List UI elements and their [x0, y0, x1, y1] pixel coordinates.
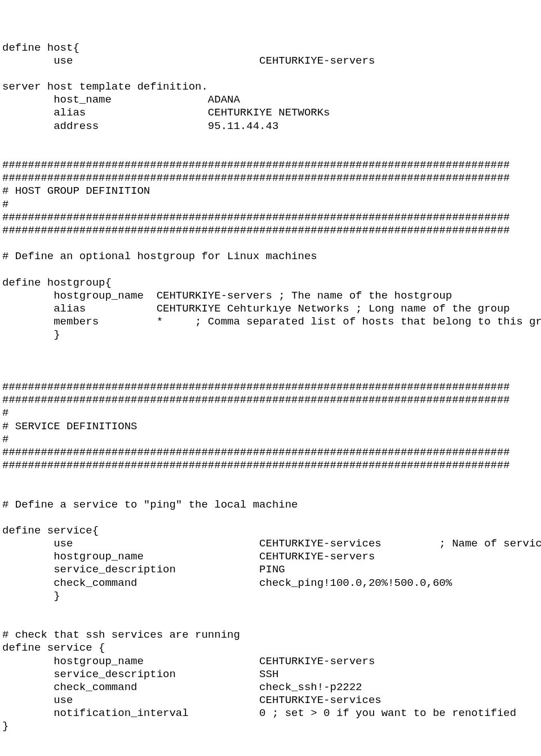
- nagios-config-text: define host{ use CEHTURKIYE-servers serv…: [2, 42, 541, 756]
